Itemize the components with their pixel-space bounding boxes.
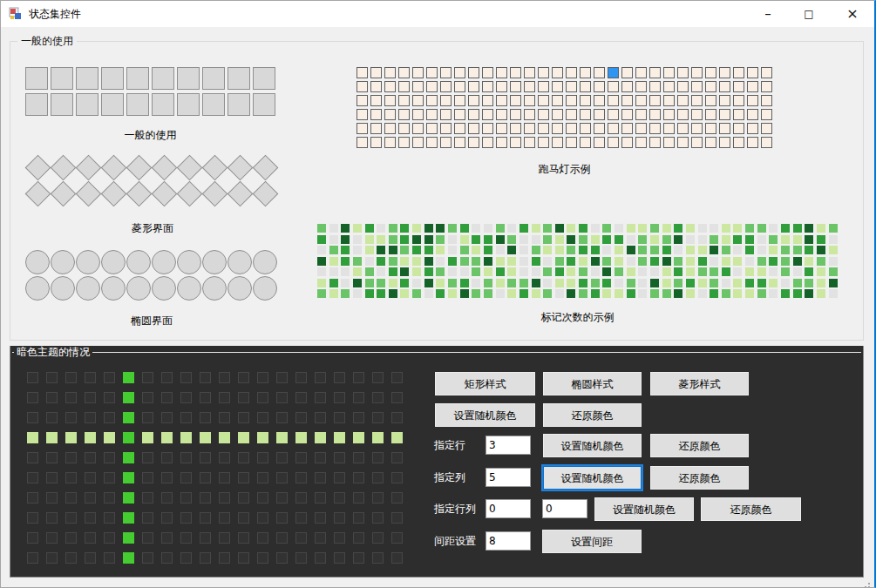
status-cell [532,246,540,254]
set-random-color-button[interactable]: 设置随机颜色 [435,403,535,427]
status-cell [424,246,433,254]
status-cell [543,235,552,244]
status-cell [677,137,689,148]
status-cell [691,81,703,92]
status-cell [412,67,424,78]
status-cell [203,181,228,207]
status-cell [334,452,345,463]
set-spacing-button[interactable]: 设置间距 [542,530,642,553]
diamond-style-button[interactable]: 菱形样式 [650,372,749,395]
rowcol-restore-color-button[interactable]: 还原颜色 [701,497,801,521]
status-cell [76,250,100,274]
status-cell [436,246,445,254]
status-cell [253,93,275,116]
status-cell [238,432,249,443]
specify-col-input[interactable] [486,468,531,487]
status-cell [353,372,364,383]
status-cell [638,246,647,254]
status-cell [567,289,575,298]
col-random-color-button[interactable]: 设置随机颜色 [543,466,642,490]
spacing-input[interactable] [486,531,531,551]
status-cell [591,257,600,266]
status-cell [460,257,469,266]
status-cell [276,532,288,544]
rect-style-button[interactable]: 矩形样式 [435,372,535,395]
status-cell [219,372,230,383]
status-cell [123,512,134,524]
status-cell [76,276,100,301]
status-cell [454,95,465,106]
ellipse-style-button[interactable]: 椭圆样式 [543,372,642,395]
status-cell [781,279,790,287]
rowcol-random-color-button[interactable]: 设置随机颜色 [594,497,694,521]
status-cell [722,246,730,254]
status-cell [615,267,623,276]
restore-color-button[interactable]: 还原颜色 [543,403,642,427]
status-cell [142,532,153,544]
status-cell [580,95,591,106]
row-random-color-button[interactable]: 设置随机颜色 [543,434,642,457]
status-cell [733,257,742,266]
status-cell [567,257,575,266]
status-cell [710,235,718,244]
resize-grip[interactable] [868,583,870,585]
status-cell [468,137,479,148]
status-cell [484,246,492,254]
status-cell [627,246,635,254]
status-cell [757,267,766,276]
status-cell [412,279,421,287]
status-cell [621,123,633,134]
status-cell [579,257,587,266]
status-cell [202,250,227,274]
status-cell [829,235,838,244]
status-cell [370,109,382,120]
rowcol-row-input[interactable] [486,499,531,518]
status-cell [552,137,563,148]
status-cell [253,250,277,274]
status-cell [27,432,38,443]
col-restore-color-button[interactable]: 还原颜色 [650,466,749,490]
status-cell [719,109,730,120]
minimize-button[interactable]: – [748,1,788,27]
status-cell [705,137,716,148]
status-cell [710,289,718,298]
status-cell [391,512,403,524]
status-cell [365,235,374,244]
status-cell [602,246,611,254]
status-cell [691,123,703,134]
status-cell [334,492,345,504]
groupbox-dark-theme: 暗色主题的情况 矩形样式 椭圆样式 菱形样式 设置随机颜色 还原颜色 指定行 设… [10,346,864,578]
status-cell [829,224,838,233]
status-cell [426,137,438,148]
close-button[interactable]: × [829,1,876,27]
status-cell [448,289,457,298]
status-cell [538,81,549,92]
status-cell [353,224,362,233]
status-cell [353,289,362,298]
status-cell [104,472,115,483]
status-cell [334,512,345,524]
status-cell [552,95,563,106]
status-cell [315,412,326,423]
status-cell [27,532,38,544]
maximize-button[interactable]: □ [789,1,829,27]
status-cell [412,224,421,233]
status-cell [519,246,528,254]
status-cell [238,412,249,423]
status-cell [460,279,469,287]
row-restore-color-button[interactable]: 还原颜色 [650,434,749,457]
rowcol-col-input[interactable] [542,499,587,518]
status-cell [257,552,268,564]
status-cell [448,224,457,233]
status-cell [649,81,661,92]
status-cell [152,276,176,301]
status-cell [552,123,563,134]
status-cell [26,155,51,181]
specify-row-input[interactable] [486,436,531,455]
status-cell [436,267,445,276]
status-cell [615,246,623,254]
status-cell [519,257,528,266]
status-cell [365,257,374,266]
status-cell [662,279,671,287]
status-cell [482,137,493,148]
